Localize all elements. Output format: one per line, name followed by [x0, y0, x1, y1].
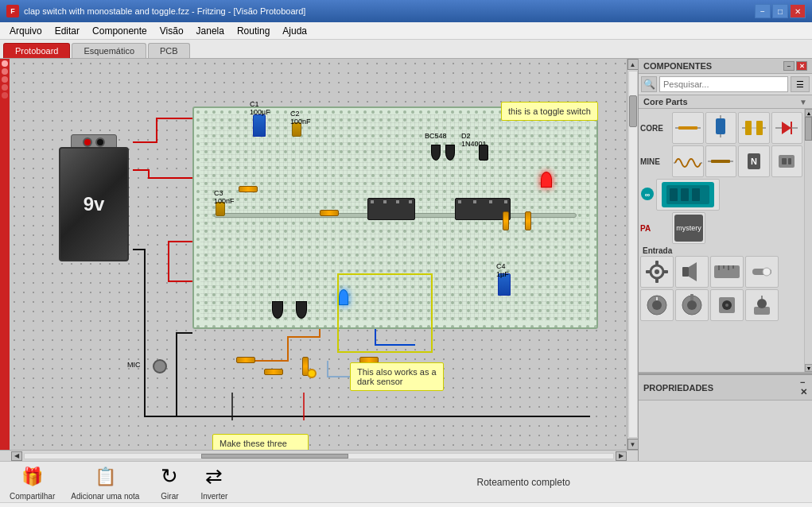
parts-scroll-up[interactable]: ▲ — [805, 109, 812, 117]
menu-janela[interactable]: Janela — [190, 24, 231, 38]
vscroll-down-button[interactable]: ▼ — [627, 439, 639, 450]
left-indicator-1 — [2, 60, 8, 67]
parts-menu-button[interactable]: ☰ — [791, 76, 810, 92]
properties-minimize-button[interactable]: − — [800, 377, 807, 387]
vscroll-track[interactable] — [628, 71, 638, 438]
menu-componente[interactable]: Componente — [86, 24, 153, 38]
canvas-vscrollbar[interactable]: ▲ ▼ — [627, 59, 638, 450]
search-bar: 🔍 ☰ — [639, 74, 812, 95]
menu-ajuda[interactable]: Ajuda — [276, 24, 313, 38]
components-panel: COMPONENTES − ✕ 🔍 ☰ Core Parts ▼ — [639, 59, 812, 373]
core-parts-arrow: ▼ — [799, 98, 807, 106]
toolbar-rotate[interactable]: ↻ Girar — [155, 464, 184, 501]
toolbar-share[interactable]: 🎁 Compartilhar — [10, 464, 55, 501]
svg-rect-40 — [682, 267, 689, 277]
rotate-label: Girar — [161, 492, 178, 501]
core-parts-label: Core Parts ▼ — [639, 95, 812, 109]
menu-arquivo[interactable]: Arquivo — [3, 24, 49, 38]
panel-minimize-button[interactable]: − — [783, 61, 795, 71]
part-speaker[interactable] — [675, 256, 709, 288]
part-ruler[interactable] — [710, 256, 744, 288]
mic-body — [153, 359, 167, 373]
svg-rect-9 — [756, 121, 763, 135]
parts-scroll-down[interactable]: ▼ — [805, 364, 812, 372]
vscroll-thumb[interactable] — [629, 95, 637, 127]
part-joystick[interactable] — [745, 289, 779, 321]
section-core-label: CORE — [640, 124, 670, 133]
svg-rect-8 — [745, 121, 752, 135]
svg-rect-38 — [646, 270, 651, 273]
toolbar-note[interactable]: 📋 Adicionar uma nota — [71, 464, 139, 501]
toolbar-flip[interactable]: ⇄ Inverter — [200, 464, 228, 501]
resistor-2 — [264, 369, 283, 375]
left-indicator-5 — [2, 92, 8, 99]
pin — [371, 200, 374, 203]
canvas-area[interactable]: 9v — [0, 59, 639, 461]
part-capacitor-e[interactable] — [705, 112, 737, 144]
left-indicator-3 — [2, 76, 8, 83]
statusbar: Pronto 100 % − + — [0, 502, 812, 507]
minimize-button[interactable]: − — [755, 4, 771, 18]
svg-rect-42 — [714, 265, 740, 278]
svg-text:N: N — [751, 157, 757, 166]
components-panel-title: COMPONENTES — [643, 61, 783, 71]
part-dial[interactable] — [640, 289, 674, 321]
tab-protoboard[interactable]: Protoboard — [3, 43, 70, 58]
hscroll-thumb[interactable] — [201, 454, 348, 459]
menu-routing[interactable]: Routing — [231, 24, 276, 38]
canvas-hscrollbar[interactable]: ◀ ▶ — [0, 450, 638, 461]
left-indicator-4 — [2, 84, 8, 91]
search-input[interactable] — [659, 76, 788, 92]
hscroll-track[interactable] — [24, 453, 614, 459]
section-arduino-icon: ∞ — [640, 187, 655, 203]
part-n-comp[interactable]: N — [738, 145, 770, 177]
panel-close-button[interactable]: ✕ — [796, 61, 807, 71]
part-gear[interactable] — [640, 256, 674, 288]
share-label: Compartilhar — [10, 492, 55, 501]
part-power[interactable] — [771, 145, 803, 177]
parts-inner: CORE — [639, 109, 812, 372]
menu-visao[interactable]: Visão — [153, 24, 190, 38]
parts-scrollbar[interactable]: ▲ ▼ — [804, 109, 812, 372]
maximize-button[interactable]: □ — [772, 4, 788, 18]
properties-close-button[interactable]: ✕ — [800, 387, 807, 397]
titlebar: F clap switch with monostable and toggle… — [0, 0, 812, 22]
parts-scroll-thumb[interactable] — [805, 117, 812, 141]
routing-status-text: Roteamento completo — [477, 477, 570, 488]
resistor-6 — [525, 211, 531, 230]
c2-label: C2100nF — [290, 110, 311, 126]
svg-marker-41 — [689, 262, 697, 281]
hscroll-left-button[interactable]: ◀ — [11, 451, 22, 461]
part-mystery[interactable]: mystery — [672, 212, 705, 244]
part-resistor-2[interactable] — [705, 145, 737, 177]
part-inductor[interactable] — [672, 145, 704, 177]
hscroll-right-button[interactable]: ▶ — [616, 451, 627, 461]
search-icon[interactable]: 🔍 — [641, 76, 657, 92]
svg-point-59 — [757, 299, 767, 308]
part-led[interactable] — [771, 112, 803, 144]
pin — [473, 200, 476, 203]
section-core-row: CORE — [640, 112, 802, 144]
callout-combine-text: Make these three modules separately and … — [220, 439, 301, 450]
part-sensor[interactable] — [710, 289, 744, 321]
svg-rect-37 — [655, 278, 659, 283]
close-button[interactable]: ✕ — [790, 4, 806, 18]
part-arduino-board[interactable] — [656, 179, 720, 211]
part-capacitor-f[interactable] — [738, 112, 770, 144]
bottom-toolbar: 🎁 Compartilhar 📋 Adicionar uma nota ↻ Gi… — [0, 461, 812, 502]
svg-rect-26 — [788, 158, 791, 164]
menu-editar[interactable]: Editar — [49, 24, 86, 38]
diode-d2 — [479, 145, 488, 161]
vscroll-up-button[interactable]: ▲ — [627, 59, 639, 70]
part-motor[interactable] — [675, 289, 709, 321]
tab-pcb[interactable]: PCB — [148, 43, 190, 58]
part-switch[interactable] — [745, 256, 779, 288]
battery-positive — [83, 137, 92, 147]
part-resistor[interactable] — [672, 112, 704, 144]
left-indicator-2 — [2, 68, 8, 75]
svg-rect-33 — [692, 188, 700, 201]
circuit-canvas[interactable]: 9v — [10, 59, 627, 450]
tab-esquematico[interactable]: Esquemático — [72, 43, 146, 58]
c1-component: C1100µF — [253, 114, 266, 137]
properties-content — [639, 401, 812, 407]
